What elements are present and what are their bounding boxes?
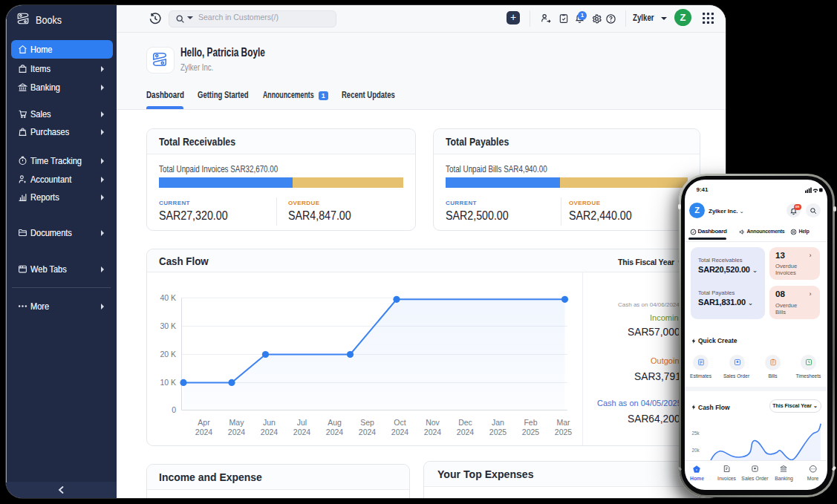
svg-text:10 K: 10 K — [160, 378, 176, 387]
svg-text:May: May — [229, 418, 245, 427]
svg-text:2025: 2025 — [489, 428, 507, 436]
svg-text:Nov: Nov — [426, 418, 440, 427]
svg-text:2024: 2024 — [424, 428, 442, 436]
svg-text:2025: 2025 — [555, 428, 573, 436]
svg-text:2024: 2024 — [326, 428, 344, 436]
svg-text:2024: 2024 — [228, 428, 246, 436]
svg-text:Aug: Aug — [328, 418, 342, 427]
svg-text:Dec: Dec — [458, 418, 472, 427]
svg-text:2024: 2024 — [359, 428, 377, 436]
svg-text:Apr: Apr — [198, 418, 210, 427]
svg-text:2024: 2024 — [391, 428, 409, 436]
svg-text:40 K: 40 K — [160, 293, 176, 302]
svg-text:2024: 2024 — [457, 428, 475, 436]
svg-text:Mar: Mar — [556, 418, 570, 427]
svg-text:Jun: Jun — [263, 418, 276, 427]
svg-text:2024: 2024 — [261, 428, 279, 436]
svg-text:2024: 2024 — [293, 428, 311, 436]
svg-text:2025: 2025 — [522, 428, 540, 436]
svg-text:0: 0 — [172, 405, 176, 414]
svg-text:Jul: Jul — [297, 418, 307, 427]
svg-text:Sep: Sep — [360, 418, 374, 427]
svg-text:Feb: Feb — [524, 418, 537, 427]
svg-text:20 K: 20 K — [160, 350, 176, 359]
svg-text:Jan: Jan — [492, 418, 504, 427]
svg-text:30 K: 30 K — [160, 321, 176, 330]
svg-text:Oct: Oct — [394, 418, 406, 427]
svg-text:2024: 2024 — [195, 428, 213, 436]
